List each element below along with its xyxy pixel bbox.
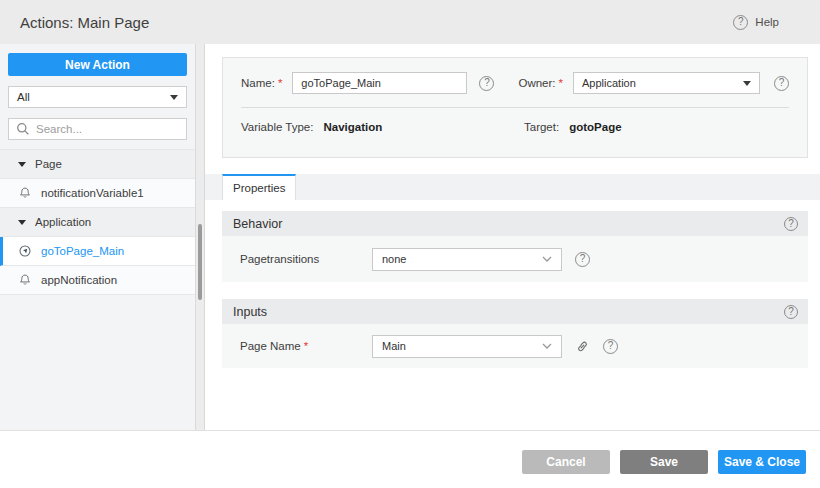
tree-item-label: goToPage_Main xyxy=(41,245,124,257)
variable-type-label: Variable Type: xyxy=(241,121,313,133)
behavior-section-header: Behavior ? xyxy=(222,211,808,236)
search-icon xyxy=(16,122,30,136)
inputs-section-body: Page Name * Main xyxy=(222,324,808,368)
target-cell: Target: gotoPage xyxy=(524,121,622,133)
help-button[interactable]: ? Help xyxy=(733,15,779,30)
tree-group-application[interactable]: Application xyxy=(0,208,195,237)
owner-select[interactable]: Application xyxy=(573,72,760,94)
notification-icon xyxy=(18,186,32,200)
filter-select-value: All xyxy=(17,91,30,103)
save-button[interactable]: Save xyxy=(620,450,708,474)
behavior-section: Behavior ? Pagetransitions none ? xyxy=(222,211,808,282)
name-label: Name: xyxy=(241,77,275,89)
dialog-body: New Action All Page xyxy=(0,44,820,430)
dialog-header: Actions: Main Page ? Help xyxy=(0,0,820,44)
behavior-section-body: Pagetransitions none ? xyxy=(222,236,808,282)
pagetransitions-help-icon[interactable]: ? xyxy=(575,252,590,267)
inputs-help-icon[interactable]: ? xyxy=(784,305,798,319)
filter-select[interactable]: All xyxy=(8,86,187,108)
tree-group-label: Page xyxy=(35,158,62,170)
inputs-section: Inputs ? Page Name * Main xyxy=(222,299,808,368)
tree-item-notificationvariable1[interactable]: notificationVariable1 xyxy=(0,179,195,208)
page-title: Actions: Main Page xyxy=(0,14,149,31)
required-asterisk: * xyxy=(559,77,563,89)
help-icon: ? xyxy=(733,15,748,30)
bind-link-button[interactable] xyxy=(575,339,590,354)
owner-help-icon[interactable]: ? xyxy=(774,76,789,91)
help-label: Help xyxy=(755,16,779,28)
tab-properties[interactable]: Properties xyxy=(222,174,296,200)
chevron-down-icon xyxy=(542,343,552,349)
name-field[interactable] xyxy=(292,72,467,94)
target-value: gotoPage xyxy=(569,121,621,133)
cancel-button[interactable]: Cancel xyxy=(522,450,610,474)
variable-type-cell: Variable Type: Navigation xyxy=(241,121,524,133)
collapse-triangle-icon xyxy=(18,162,26,167)
search-input[interactable] xyxy=(36,123,190,135)
actions-tree: Page notificationVariable1 Application xyxy=(0,149,195,295)
pagetransitions-label: Pagetransitions xyxy=(240,253,372,265)
page-name-label-text: Page Name xyxy=(240,340,301,352)
target-label: Target: xyxy=(524,121,559,133)
search-box xyxy=(8,118,187,140)
save-and-close-button[interactable]: Save & Close xyxy=(718,450,806,474)
actions-sidebar: New Action All Page xyxy=(0,44,196,430)
name-owner-row: Name: * ? Owner: * Application ? xyxy=(223,58,807,94)
variable-type-value: Navigation xyxy=(323,121,382,133)
owner-select-value: Application xyxy=(582,77,636,89)
chevron-down-icon xyxy=(542,256,552,262)
goto-page-icon xyxy=(18,244,32,258)
caret-down-icon xyxy=(170,95,178,100)
tree-item-gotopage-main-selected[interactable]: goToPage_Main xyxy=(0,237,195,266)
required-asterisk: * xyxy=(304,340,308,352)
tree-item-label: notificationVariable1 xyxy=(41,187,144,199)
tree-group-label: Application xyxy=(35,216,91,228)
tree-item-label: appNotification xyxy=(41,274,117,286)
actions-dialog: Actions: Main Page ? Help New Action All xyxy=(0,0,820,488)
page-name-select[interactable]: Main xyxy=(372,335,562,358)
action-info-panel: Name: * ? Owner: * Application ? Variab xyxy=(222,57,808,158)
scrollbar-thumb[interactable] xyxy=(198,224,202,300)
page-name-select-value: Main xyxy=(382,340,406,352)
action-detail-pane: Name: * ? Owner: * Application ? Variab xyxy=(205,44,820,430)
dialog-footer: Cancel Save Save & Close xyxy=(0,430,820,488)
owner-label: Owner: xyxy=(518,77,555,89)
page-name-label: Page Name * xyxy=(240,340,372,352)
type-target-row: Variable Type: Navigation Target: gotoPa… xyxy=(223,108,807,133)
sidebar-scrollbar[interactable] xyxy=(196,44,205,430)
tree-group-page[interactable]: Page xyxy=(0,150,195,179)
inputs-section-header: Inputs ? xyxy=(222,299,808,324)
new-action-button[interactable]: New Action xyxy=(8,53,187,76)
tree-item-appnotification[interactable]: appNotification xyxy=(0,266,195,295)
pagetransitions-select[interactable]: none xyxy=(372,248,562,271)
tab-strip: Properties xyxy=(205,174,820,200)
inputs-section-title: Inputs xyxy=(233,305,267,319)
required-asterisk: * xyxy=(278,77,282,89)
name-help-icon[interactable]: ? xyxy=(479,76,494,91)
link-icon xyxy=(575,339,590,354)
collapse-triangle-icon xyxy=(18,220,26,225)
notification-icon xyxy=(18,273,32,287)
behavior-help-icon[interactable]: ? xyxy=(784,217,798,231)
caret-down-icon xyxy=(743,81,751,86)
pagetransitions-select-value: none xyxy=(382,253,406,265)
behavior-section-title: Behavior xyxy=(233,217,282,231)
page-name-help-icon[interactable]: ? xyxy=(603,339,618,354)
